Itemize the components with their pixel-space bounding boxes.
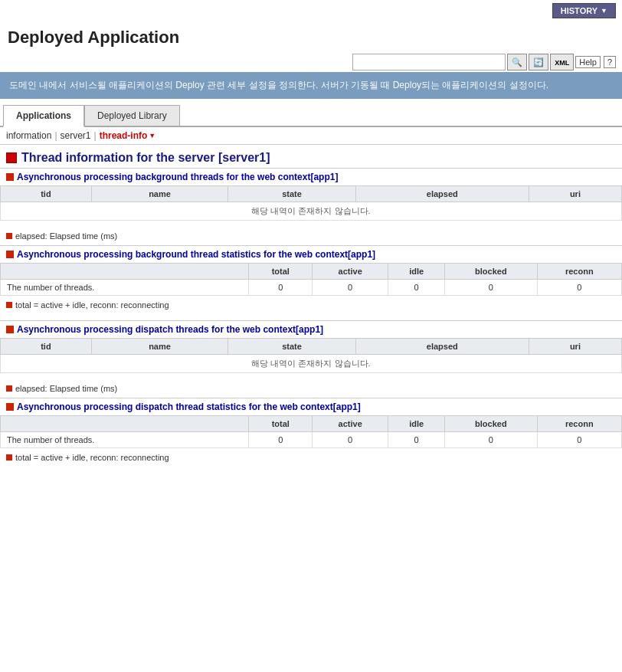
background-stats-footnote: total = active + idle, reconn: reconnect… [0,297,622,313]
col-reconn-dispstats: reconn [537,416,621,432]
dispatch-threads-table: tid name state elapsed uri 해당 내역이 존재하지 않… [0,338,622,373]
search-button[interactable]: 🔍 [507,54,527,70]
dispatch-threads-empty: 해당 내역이 존재하지 않습니다. [1,355,622,373]
col-tid-bg: tid [1,186,92,202]
row-total-dispstats: 0 [249,432,313,448]
sub-nav-sep2: | [94,130,97,141]
search-icon: 🔍 [512,57,522,67]
history-button[interactable]: HISTORY [552,3,616,18]
tab-bar: Applications Deployed Library [0,105,622,127]
table-row: The number of threads. 0 0 0 0 0 [1,432,622,448]
col-active-dispstats: active [313,416,388,432]
sub-section-icon-disp-stats [6,403,14,411]
col-total-bgstats: total [249,264,313,280]
dispatch-threads-section: Asynchronous processing dispatch threads… [0,320,622,338]
sub-section-icon-bg [6,173,14,181]
col-elapsed-disp: elapsed [355,339,529,355]
col-active-bgstats: active [313,264,388,280]
tab-applications[interactable]: Applications [3,105,84,127]
row-label-bgstats: The number of threads. [1,280,249,296]
col-elapsed-bg: elapsed [355,186,529,202]
footnote-icon-bgstats [6,302,12,308]
row-label-dispstats: The number of threads. [1,432,249,448]
footnote-icon-bg [6,233,12,239]
col-label-dispstats [1,416,249,432]
row-blocked-bgstats: 0 [445,280,537,296]
col-uri-bg: uri [529,186,621,202]
history-label: HISTORY [561,6,597,15]
row-total-bgstats: 0 [249,280,313,296]
footnote-icon-dispstats [6,454,12,461]
sub-section-icon-disp [6,326,14,333]
background-stats-footnote-text: total = active + idle, reconn: reconnect… [15,300,169,310]
row-idle-bgstats: 0 [388,280,445,296]
row-active-bgstats: 0 [313,280,388,296]
sub-section-icon-bg-stats [6,251,14,258]
refresh-icon: 🔄 [533,57,544,67]
row-reconn-dispstats: 0 [537,432,621,448]
background-stats-table: total active idle blocked reconn The num… [0,263,622,296]
dispatch-threads-title: Asynchronous processing dispatch threads… [17,324,323,335]
background-stats-title: Asynchronous processing background threa… [17,249,375,260]
col-total-dispstats: total [249,416,313,432]
col-reconn-bgstats: reconn [537,264,621,280]
row-reconn-bgstats: 0 [537,280,621,296]
help-question-button[interactable]: ? [604,56,616,68]
dispatch-stats-footnote-text: total = active + idle, reconn: reconnect… [15,453,169,462]
background-stats-section: Asynchronous processing background threa… [0,245,622,263]
main-section-title: Thread information for the server [serve… [21,151,270,165]
sub-nav-thread-info[interactable]: thread-info [100,130,156,141]
dispatch-stats-footnote: total = active + idle, reconn: reconnect… [0,450,622,465]
background-footnote: elapsed: Elapsed time (ms) [0,228,622,244]
xml-icon: XML [555,59,569,67]
col-name-bg: name [91,186,228,202]
table-row: The number of threads. 0 0 0 0 0 [1,280,622,296]
col-tid-disp: tid [1,339,92,355]
col-state-bg: state [228,186,356,202]
dispatch-footnote: elapsed: Elapsed time (ms) [0,381,622,396]
col-state-disp: state [228,339,356,355]
sub-nav-sep1: | [54,130,57,141]
footnote-icon-disp [6,385,12,392]
col-idle-dispstats: idle [388,416,445,432]
sub-nav: information | server1 | thread-info [0,127,622,145]
refresh-button[interactable]: 🔄 [529,54,548,70]
page-title: Deployed Application [0,21,622,52]
dispatch-footnote-text: elapsed: Elapsed time (ms) [15,384,117,393]
col-name-disp: name [91,339,228,355]
background-threads-section: Asynchronous processing background threa… [0,168,622,185]
row-active-dispstats: 0 [313,432,388,448]
tab-deployed-library[interactable]: Deployed Library [84,105,180,126]
background-threads-table: tid name state elapsed uri 해당 내역이 존재하지 않… [0,185,622,221]
background-threads-empty: 해당 내역이 존재하지 않습니다. [1,202,622,221]
dispatch-stats-table: total active idle blocked reconn The num… [0,415,622,448]
row-blocked-dispstats: 0 [445,432,537,448]
main-section-header: Thread information for the server [serve… [0,145,622,168]
col-blocked-dispstats: blocked [445,416,537,432]
section-icon [6,152,17,163]
col-blocked-bgstats: blocked [445,264,537,280]
help-label: Help [575,56,601,68]
dispatch-stats-title: Asynchronous processing dispatch thread … [17,402,361,412]
row-idle-dispstats: 0 [388,432,445,448]
background-threads-title: Asynchronous processing background threa… [17,172,338,182]
sub-nav-server1[interactable]: server1 [61,130,91,141]
xml-button[interactable]: XML [550,54,574,70]
description-box: 도메인 내에서 서비스될 애플리케이션의 Deploy 관련 세부 설정을 정의… [0,72,622,99]
col-uri-disp: uri [529,339,621,355]
dispatch-stats-section: Asynchronous processing dispatch thread … [0,398,622,415]
col-idle-bgstats: idle [388,264,445,280]
background-footnote-text: elapsed: Elapsed time (ms) [15,231,117,241]
col-label-bgstats [1,264,249,280]
sub-nav-information[interactable]: information [6,130,51,141]
search-input[interactable] [352,54,506,70]
